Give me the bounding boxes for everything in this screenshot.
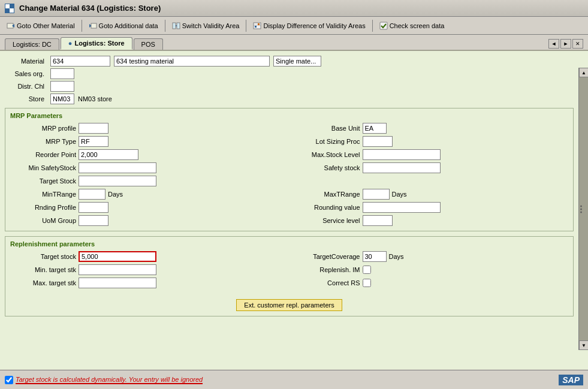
goto-additional-data-button[interactable]: Goto Additional data [85, 20, 162, 32]
distr-chl-input[interactable] [50, 81, 74, 92]
material-label: Material [5, 58, 47, 65]
rnding-profile-row: Rnding Profile [10, 202, 285, 213]
toolbar-separator-4 [372, 20, 373, 32]
mrp-target-stock-input[interactable] [79, 176, 156, 186]
sales-org-input[interactable] [50, 68, 74, 79]
svg-rect-13 [255, 26, 257, 28]
scroll-down-arrow[interactable]: ▼ [579, 340, 588, 350]
toolbar-separator-1 [82, 20, 82, 32]
main-content: Material Sales org. Distr. Chl Store NM0… [0, 51, 588, 369]
material-desc-input[interactable] [114, 56, 270, 67]
mrp-profile-row: MRP profile [10, 123, 285, 134]
service-level-row: Service level [294, 215, 569, 226]
max-stock-input[interactable] [363, 149, 441, 160]
max-target-stk-input[interactable] [79, 278, 156, 288]
material-extra-input[interactable] [273, 56, 321, 67]
min-trange-input[interactable] [79, 189, 105, 200]
correct-rs-label: Correct RS [294, 279, 360, 287]
rnding-profile-input[interactable] [79, 202, 108, 213]
window-title: Change Material 634 (Logistics: Store) [19, 4, 161, 13]
distr-chl-label: Distr. Chl [5, 83, 47, 90]
check-screen-data-label: Check screen data [390, 22, 445, 29]
ext-btn-container: Ext. customer repl. parameters [10, 294, 568, 311]
safety-stock-row: Safety stock [294, 162, 569, 173]
safety-stock-input[interactable] [363, 162, 441, 173]
store-desc: NM03 store [78, 95, 112, 102]
max-stock-row: Max.Stock Level [294, 149, 569, 160]
toolbar-separator-2 [165, 20, 165, 32]
status-bar: Target stock is calculated dynamically. … [0, 370, 588, 389]
tab-logistics-dc[interactable]: Logistics: DC [5, 38, 59, 50]
status-checkbox[interactable] [5, 376, 13, 384]
title-bar: Change Material 634 (Logistics: Store) [0, 0, 588, 17]
replenish-im-row: Replenish. IM [294, 266, 569, 274]
tab-nav-close[interactable]: ✕ [572, 39, 583, 49]
tab-pos[interactable]: POS [134, 38, 163, 50]
store-input[interactable] [50, 94, 74, 104]
uom-group-input[interactable] [79, 215, 108, 226]
material-input[interactable] [50, 56, 110, 67]
min-safety-label: Min SafetyStock [10, 164, 76, 171]
material-row: Material [5, 56, 574, 67]
lot-sizing-label: Lot Sizing Proc [294, 138, 360, 145]
mrp-profile-input[interactable] [79, 123, 108, 134]
uom-group-row: UoM Group [10, 215, 285, 226]
scroll-track [579, 77, 588, 340]
max-trange-input[interactable] [363, 189, 390, 200]
display-difference-label: Display Difference of Validity Areas [263, 22, 365, 29]
target-coverage-input[interactable] [363, 251, 387, 262]
goto-additional-data-label: Goto Additional data [99, 22, 158, 29]
svg-rect-15 [380, 22, 387, 29]
correct-rs-checkbox[interactable] [363, 279, 371, 287]
sales-org-row: Sales org. [5, 68, 574, 79]
replenishment-section: Replenishment parameters Target stock Ta… [5, 236, 574, 316]
tab-logistics-store[interactable]: ● Logistics: Store [61, 37, 132, 50]
min-target-stk-input[interactable] [79, 264, 156, 275]
goto-additional-data-icon [89, 22, 97, 30]
store-label: Store [5, 95, 47, 102]
max-stock-label: Max.Stock Level [294, 151, 360, 158]
scroll-up-arrow[interactable]: ▲ [579, 68, 588, 77]
rounding-value-input[interactable] [363, 202, 441, 213]
target-coverage-unit: Days [389, 253, 404, 260]
svg-rect-1 [10, 8, 14, 13]
switch-validity-icon [172, 22, 180, 30]
sales-org-label: Sales org. [5, 70, 47, 77]
rep-target-stock-input[interactable] [79, 251, 156, 262]
mrp-type-input[interactable] [79, 136, 108, 147]
max-trange-row: MaxTRange Days [294, 189, 569, 200]
min-safety-row: Min SafetyStock [10, 162, 285, 173]
scrollbar[interactable]: ▲ ▼ [578, 68, 588, 350]
reorder-point-input[interactable] [79, 149, 138, 160]
svg-rect-2 [10, 4, 14, 8]
correct-rs-row: Correct RS [294, 279, 569, 287]
service-level-input[interactable] [363, 215, 393, 226]
mrp-section: MRP Parameters MRP profile Base Unit MRP… [5, 108, 574, 231]
svg-rect-9 [177, 23, 180, 29]
uom-group-label: UoM Group [10, 217, 76, 224]
check-screen-data-button[interactable]: Check screen data [375, 20, 449, 32]
rep-target-stock-row: Target stock [10, 251, 285, 262]
lot-sizing-row: Lot Sizing Proc [294, 136, 569, 147]
tab-nav-next[interactable]: ► [560, 39, 571, 49]
svg-rect-0 [5, 4, 10, 8]
replenish-im-checkbox[interactable] [363, 266, 371, 274]
tab-navigation: ◄ ► ✕ [548, 39, 583, 50]
tab-nav-prev[interactable]: ◄ [548, 39, 559, 49]
replenishment-section-title: Replenishment parameters [10, 239, 568, 248]
status-message: Target stock is calculated dynamically. … [16, 376, 203, 384]
lot-sizing-input[interactable] [363, 136, 393, 147]
rounding-value-row: Rounding value [294, 202, 569, 213]
mrp-section-title: MRP Parameters [10, 111, 568, 119]
min-safety-input[interactable] [79, 162, 156, 173]
base-unit-input[interactable] [363, 123, 387, 134]
goto-other-material-button[interactable]: Goto Other Material [2, 20, 79, 32]
svg-rect-11 [254, 23, 261, 29]
reorder-point-label: Reorder Point [10, 151, 76, 158]
toolbar-separator-3 [246, 20, 246, 32]
display-difference-button[interactable]: Display Difference of Validity Areas [249, 20, 369, 32]
goto-other-material-label: Goto Other Material [17, 22, 75, 29]
ext-customer-repl-button[interactable]: Ext. customer repl. parameters [236, 299, 342, 311]
goto-other-material-icon [7, 22, 15, 30]
switch-validity-area-button[interactable]: Switch Validity Area [168, 20, 244, 32]
